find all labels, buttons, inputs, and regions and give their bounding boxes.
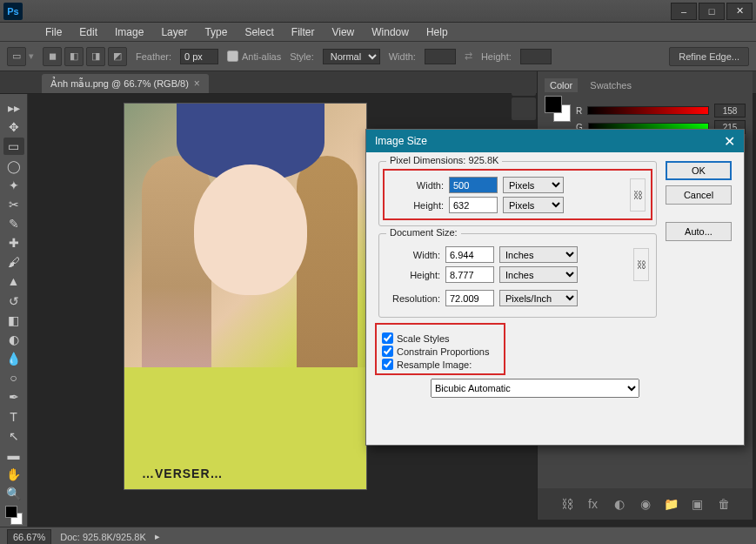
doc-height-unit[interactable]: Inches [499, 266, 578, 283]
app-logo: Ps [3, 3, 23, 20]
status-arrow-icon[interactable]: ▸ [155, 531, 160, 542]
wand-tool[interactable]: ✦ [3, 177, 24, 194]
color-swatch-pair[interactable] [545, 96, 571, 122]
type-tool[interactable]: T [3, 408, 24, 426]
ok-button[interactable]: OK [666, 161, 732, 180]
dialog-close-icon[interactable]: ✕ [724, 133, 735, 150]
cancel-button[interactable]: Cancel [666, 185, 732, 205]
antialias-label: Anti-alias [242, 51, 281, 62]
doc-width-label: Width: [386, 250, 440, 260]
swap-icon[interactable]: ⇄ [465, 50, 472, 62]
feather-input[interactable] [180, 49, 218, 64]
px-link-icon[interactable]: ⛓ [630, 178, 646, 212]
refine-edge-button[interactable]: Refine Edge... [669, 47, 749, 66]
px-width-unit[interactable]: Pixels [503, 177, 564, 193]
doc-height-input[interactable] [445, 266, 494, 283]
tab-close-icon[interactable]: × [194, 77, 200, 90]
layers-panel-footer: ⛓ fx ◐ ◉ 📁 ▣ 🗑 [538, 488, 753, 520]
sel-int-icon[interactable]: ◩ [108, 47, 127, 66]
adjust-icon[interactable]: ◉ [636, 494, 655, 514]
style-select[interactable]: Normal [323, 49, 380, 64]
menu-filter[interactable]: Filter [284, 24, 322, 40]
color-swatches[interactable] [3, 504, 24, 527]
brush-tool[interactable]: 🖌 [3, 253, 24, 271]
dodge-tool[interactable]: ○ [3, 369, 24, 386]
resample-method-select[interactable]: Bicubic Automatic [431, 379, 639, 398]
shape-tool[interactable]: ▬ [3, 447, 24, 464]
document-size-group: Document Size: Width: Inches Height: Inc… [378, 233, 657, 318]
menu-image[interactable]: Image [108, 24, 151, 40]
eyedropper-tool[interactable]: ✎ [3, 215, 24, 232]
menu-select[interactable]: Select [238, 24, 280, 40]
maximize-button[interactable]: □ [699, 3, 725, 20]
res-label: Resolution: [386, 293, 440, 304]
path-tool[interactable]: ↖ [3, 427, 24, 445]
constrain-checkbox[interactable] [382, 346, 393, 357]
link-layers-icon[interactable]: ⛓ [558, 494, 577, 514]
doc-width-unit[interactable]: Inches [499, 246, 578, 263]
menu-type[interactable]: Type [197, 24, 234, 40]
marquee-tool[interactable]: ▭ [3, 138, 24, 155]
res-unit[interactable]: Pixels/Inch [499, 290, 578, 306]
minimize-button[interactable]: – [671, 3, 697, 20]
scale-styles-label: Scale Styles [397, 333, 450, 344]
arrange-icon[interactable]: ▸▸ [3, 99, 24, 117]
scale-styles-checkbox[interactable] [382, 332, 393, 344]
blur-tool[interactable]: 💧 [3, 350, 24, 367]
opt-height-input [520, 49, 552, 64]
swatches-tab[interactable]: Swatches [585, 78, 637, 92]
menu-window[interactable]: Window [365, 24, 416, 40]
r-input[interactable] [714, 104, 746, 118]
menu-file[interactable]: File [38, 24, 69, 40]
opt-width-label: Width: [389, 51, 416, 62]
dialog-titlebar[interactable]: Image Size ✕ [366, 130, 744, 152]
lasso-tool[interactable]: ◯ [3, 157, 24, 174]
constrain-label: Constrain Proportions [397, 346, 489, 357]
style-label: Style: [290, 51, 314, 62]
menu-view[interactable]: View [324, 24, 361, 40]
zoom-tool[interactable]: 🔍 [3, 485, 24, 502]
sel-add-icon[interactable]: ◧ [64, 47, 84, 66]
mask-icon[interactable]: ◐ [610, 494, 629, 514]
trash-icon[interactable]: 🗑 [714, 494, 733, 514]
heal-tool[interactable]: ✚ [3, 234, 24, 252]
menu-help[interactable]: Help [419, 24, 455, 40]
eraser-tool[interactable]: ◧ [3, 312, 24, 329]
px-height-input[interactable] [449, 197, 498, 213]
move-tool[interactable]: ✥ [3, 118, 24, 136]
feather-label: Feather: [136, 51, 171, 62]
px-height-unit[interactable]: Pixels [503, 197, 564, 213]
document-tab[interactable]: Ảnh mẫu.png @ 66.7% (RGB/8) × [42, 74, 209, 93]
marquee-tool-icon[interactable]: ▭ [7, 47, 26, 66]
sel-sub-icon[interactable]: ◨ [86, 47, 105, 66]
highlight-box-2: Scale Styles Constrain Proportions Resam… [375, 323, 505, 375]
new-layer-icon[interactable]: ▣ [688, 494, 707, 514]
folder-icon[interactable]: 📁 [662, 494, 681, 514]
r-slider[interactable] [587, 106, 709, 115]
pixel-dimensions-group: Pixel Dimensions: 925.8K Width: Pixels H… [378, 161, 657, 226]
color-tab[interactable]: Color [545, 78, 578, 92]
antialias-checkbox[interactable] [227, 50, 238, 62]
auto-button[interactable]: Auto... [666, 222, 732, 241]
sel-new-icon[interactable]: ◼ [43, 47, 62, 66]
px-width-label: Width: [390, 180, 444, 191]
crop-tool[interactable]: ✂ [3, 196, 24, 213]
close-button[interactable]: ✕ [726, 3, 753, 20]
fx-icon[interactable]: fx [584, 494, 603, 514]
gradient-tool[interactable]: ◐ [3, 331, 24, 348]
panel-icon-2[interactable] [512, 97, 536, 120]
history-brush-tool[interactable]: ↺ [3, 292, 24, 310]
pen-tool[interactable]: ✒ [3, 388, 24, 406]
resample-checkbox[interactable] [382, 359, 393, 370]
res-input[interactable] [445, 290, 494, 306]
stamp-tool[interactable]: ▲ [3, 272, 24, 290]
menu-edit[interactable]: Edit [72, 24, 104, 40]
hand-tool[interactable]: ✋ [3, 466, 24, 483]
doc-link-icon[interactable]: ⛓ [633, 248, 649, 281]
px-width-input[interactable] [449, 177, 498, 193]
doc-width-input[interactable] [445, 246, 494, 263]
panel-icon-1[interactable] [512, 73, 536, 96]
menu-layer[interactable]: Layer [154, 24, 194, 40]
zoom-display[interactable]: 66.67% [7, 529, 51, 545]
opt-height-label: Height: [481, 51, 512, 62]
